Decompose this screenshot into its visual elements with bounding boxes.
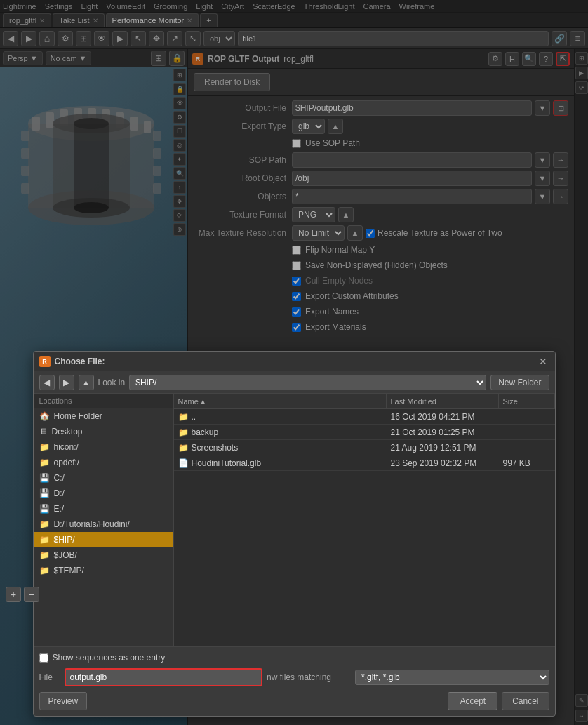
file-row-screenshots[interactable]: 📁 Screenshots 21 Aug 2019 12:51 PM	[174, 440, 555, 455]
sort-arrow-icon: ▲	[200, 398, 206, 405]
new-folder-button[interactable]: New Folder	[490, 375, 549, 390]
show-sequences-row: Show sequences as one entry	[39, 650, 549, 665]
nav-back-button[interactable]: ◀	[39, 375, 55, 390]
folder-icon: 📁	[39, 458, 50, 467]
folder-icon: 📁	[39, 566, 50, 576]
drive-icon: 💾	[39, 504, 50, 514]
folder-icon: 📁	[178, 427, 189, 437]
file-browser-content: Locations 🏠 Home Folder 🖥 Desktop 📁 hico…	[34, 394, 555, 646]
remove-location-button[interactable]: −	[34, 587, 40, 602]
nav-up-button[interactable]: ▲	[79, 375, 94, 390]
location-hip[interactable]: 📁 $HIP/	[34, 532, 173, 547]
locations-actions: + −	[34, 587, 40, 602]
location-opdef[interactable]: 📁 opdef:/	[34, 455, 173, 470]
col-header-size[interactable]: Size	[499, 394, 555, 408]
folder-icon: 📁	[39, 550, 50, 560]
desktop-icon: 🖥	[39, 427, 48, 437]
accept-button[interactable]: Accept	[448, 692, 497, 710]
location-tutorials[interactable]: 📁 D:/Tutorials/Houdini/	[34, 517, 173, 532]
file-browser-toolbar: ◀ ▶ ▲ Look in $HIP/ New Folder	[34, 371, 555, 394]
nav-forward-button[interactable]: ▶	[59, 375, 74, 390]
file-row-houdini-tutorial[interactable]: 📄 HoudiniTutorial.glb 23 Sep 2019 02:32 …	[174, 455, 555, 471]
action-buttons-row: Preview Accept Cancel	[39, 689, 549, 713]
file-row-parent[interactable]: 📁 .. 16 Oct 2019 04:21 PM	[174, 409, 555, 425]
file-list-panel: Name ▲ Last Modified Size 📁 ..	[174, 394, 555, 646]
file-chooser-dialog: R Choose File: ✕ ◀ ▶ ▲ Look in $HIP/ New…	[33, 351, 556, 717]
file-browser-bottom: Show sequences as one entry File nw file…	[34, 646, 555, 716]
location-home-folder[interactable]: 🏠 Home Folder	[34, 408, 173, 424]
location-temp[interactable]: 📁 $TEMP/	[34, 563, 173, 578]
preview-button[interactable]: Preview	[39, 692, 88, 710]
show-sequences-checkbox[interactable]	[39, 653, 48, 663]
look-in-label: Look in	[98, 378, 126, 387]
modal-header: R Choose File: ✕	[34, 352, 555, 371]
folder-icon: 📁	[39, 442, 50, 452]
look-in-select[interactable]: $HIP/	[129, 375, 486, 390]
folder-icon: 📁	[178, 412, 189, 422]
location-desktop[interactable]: 🖥 Desktop	[34, 424, 173, 439]
drive-icon: 💾	[39, 488, 50, 498]
file-row-backup[interactable]: 📁 backup 21 Oct 2019 01:25 PM	[174, 425, 555, 440]
cancel-button[interactable]: Cancel	[502, 692, 549, 710]
folder-icon: 📁	[39, 535, 50, 545]
filter-select[interactable]: *.gltf, *.glb	[355, 670, 549, 685]
folder-icon: 📁	[39, 519, 50, 529]
modal-title: Choose File:	[55, 357, 105, 366]
file-icon: 📄	[178, 458, 189, 468]
locations-panel: Locations 🏠 Home Folder 🖥 Desktop 📁 hico…	[34, 394, 174, 646]
location-hicon[interactable]: 📁 hicon:/	[34, 439, 173, 455]
drive-icon: 💾	[39, 473, 50, 483]
accept-cancel-buttons: Accept Cancel	[448, 692, 549, 710]
col-header-modified[interactable]: Last Modified	[387, 394, 499, 408]
folder-icon: 📁	[178, 443, 189, 453]
location-job[interactable]: 📁 $JOB/	[34, 547, 173, 563]
location-e-drive[interactable]: 💾 E:/	[34, 501, 173, 517]
file-input-row: File nw files matching *.gltf, *.glb	[39, 665, 549, 689]
filename-input[interactable]	[65, 668, 263, 686]
file-label: File	[39, 672, 60, 682]
locations-header: Locations	[34, 394, 173, 408]
modal-overlay: R Choose File: ✕ ◀ ▶ ▲ Look in $HIP/ New…	[0, 0, 588, 725]
show-sequences-label: Show sequences as one entry	[53, 653, 166, 663]
location-d-drive[interactable]: 💾 D:/	[34, 486, 173, 501]
file-list-header: Name ▲ Last Modified Size	[174, 394, 555, 409]
modal-icon: R	[39, 356, 51, 367]
modal-close-button[interactable]: ✕	[537, 355, 549, 368]
location-c-drive[interactable]: 💾 C:/	[34, 470, 173, 486]
filter-label: nw files matching	[267, 672, 351, 682]
col-header-name[interactable]: Name ▲	[174, 394, 387, 408]
home-icon: 🏠	[39, 411, 50, 421]
